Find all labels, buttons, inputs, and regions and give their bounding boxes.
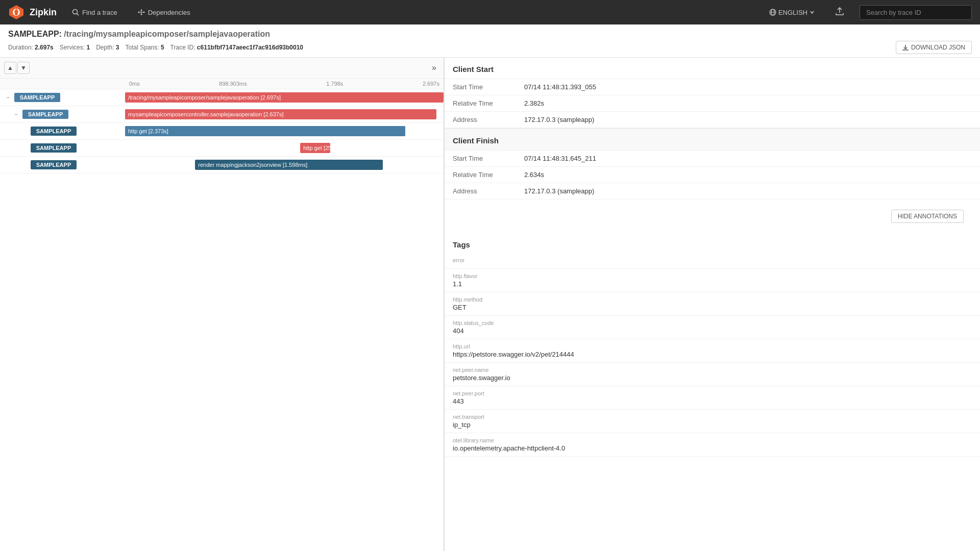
- total-spans-meta: Total Spans: 5: [126, 44, 164, 51]
- ruler-spacer: [0, 79, 125, 89]
- list-item: net.peer.port 443: [445, 386, 980, 410]
- span-bar-cell[interactable]: render mappingjackson2jsonview [1.598ms]: [125, 157, 444, 173]
- service-tag: SAMPLEAPP: [31, 160, 77, 169]
- expand-panel-button[interactable]: »: [429, 63, 439, 72]
- span-label-cell: SAMPLEAPP: [0, 158, 125, 171]
- search-input[interactable]: [860, 5, 972, 20]
- table-row: SAMPLEAPP render mappingjackson2jsonview…: [0, 157, 444, 173]
- svg-point-8: [140, 14, 142, 15]
- table-row: SAMPLEAPP http get [252.156ms]: [0, 140, 444, 157]
- relative-time-key: Relative Time: [445, 167, 516, 183]
- list-item: Start Time 07/14 11:48:31.645_211: [445, 151, 980, 167]
- dependencies-button[interactable]: Dependencies: [133, 6, 195, 19]
- span-label-cell: − SAMPLEAPP: [0, 108, 125, 121]
- language-icon: [769, 9, 776, 16]
- list-item: error: [445, 253, 980, 269]
- language-button[interactable]: ENGLISH: [764, 6, 820, 19]
- list-item: http.method GET: [445, 292, 980, 316]
- collapse-up-button[interactable]: ▲: [4, 62, 16, 74]
- client-start-section: Client Start Start Time 07/14 11:48:31.3…: [445, 58, 980, 128]
- span-label-cell: − SAMPLEAPP: [0, 91, 125, 104]
- upload-button[interactable]: [830, 4, 849, 21]
- span-bar[interactable]: render mappingjackson2jsonview [1.598ms]: [195, 160, 383, 170]
- detail-panel: Client Start Start Time 07/14 11:48:31.3…: [444, 58, 980, 551]
- duration-meta: Duration: 2.697s: [8, 44, 54, 51]
- span-bar[interactable]: mysampleapicomposercontroller.samplejava…: [125, 109, 436, 119]
- timeline-controls: ▲ ▼ »: [0, 58, 444, 79]
- collapse-span-button[interactable]: −: [12, 112, 20, 117]
- svg-point-3: [73, 10, 78, 14]
- svg-point-7: [143, 12, 144, 13]
- page-title: SAMPLEAPP: /tracing/mysampleapicomposer/…: [8, 30, 972, 39]
- client-finish-section: Client Finish Start Time 07/14 11:48:31.…: [445, 128, 980, 199]
- svg-line-4: [77, 14, 79, 16]
- top-navigation: Zipkin Find a trace Dependencies ENGLISH: [0, 0, 980, 24]
- client-finish-title: Client Finish: [445, 128, 980, 151]
- start-time-value: 07/14 11:48:31.393_055: [516, 79, 980, 95]
- span-bar[interactable]: http get [252.156ms]: [300, 143, 330, 153]
- list-item: http.url https://petstore.swagger.io/v2/…: [445, 339, 980, 363]
- list-item: net.transport ip_tcp: [445, 410, 980, 433]
- client-start-table: Start Time 07/14 11:48:31.393_055 Relati…: [445, 79, 980, 128]
- upload-icon: [835, 7, 844, 16]
- span-bar[interactable]: http get [2.373s]: [125, 126, 405, 136]
- start-time-key: Start Time: [445, 151, 516, 167]
- relative-time-value: 2.634s: [516, 167, 980, 183]
- span-bar[interactable]: /tracing/mysampleapicomposer/samplejavao…: [125, 92, 444, 103]
- svg-point-6: [140, 10, 142, 11]
- dependencies-icon: [138, 9, 145, 16]
- find-trace-button[interactable]: Find a trace: [67, 6, 122, 19]
- download-json-button[interactable]: DOWNLOAD JSON: [896, 41, 972, 54]
- relative-time-key: Relative Time: [445, 95, 516, 112]
- list-item: otel.library.name io.opentelemetry.apach…: [445, 433, 980, 457]
- chevron-down-icon: [810, 10, 815, 15]
- service-tag: SAMPLEAPP: [22, 110, 68, 119]
- service-tag: SAMPLEAPP: [14, 93, 60, 102]
- span-label-cell: SAMPLEAPP: [0, 141, 125, 155]
- list-item: Relative Time 2.382s: [445, 95, 980, 112]
- app-title: Zipkin: [30, 7, 57, 18]
- start-time-value: 07/14 11:48:31.645_211: [516, 151, 980, 167]
- start-time-key: Start Time: [445, 79, 516, 95]
- annotations-control: HIDE ANNOTATIONS: [445, 199, 980, 233]
- table-row: − SAMPLEAPP mysampleapicomposercontrolle…: [0, 106, 444, 123]
- download-icon: [902, 44, 909, 51]
- list-item: http.status_code 404: [445, 316, 980, 339]
- address-key: Address: [445, 183, 516, 199]
- list-item: Start Time 07/14 11:48:31.393_055: [445, 79, 980, 95]
- hide-annotations-button[interactable]: HIDE ANNOTATIONS: [891, 210, 964, 223]
- list-item: net.peer.name petstore.swagger.io: [445, 363, 980, 386]
- trace-panel: ▲ ▼ » 0ms 898.903ms 1.798s 2.697s − SAMP…: [0, 58, 444, 551]
- collapse-span-button[interactable]: −: [4, 95, 12, 101]
- services-meta: Services: 1: [60, 44, 90, 51]
- list-item: Address 172.17.0.3 (sampleapp): [445, 183, 980, 199]
- collapse-down-button[interactable]: ▼: [17, 62, 30, 74]
- ruler-marks: 0ms 898.903ms 1.798s 2.697s: [125, 79, 444, 89]
- depth-meta: Depth: 3: [96, 44, 119, 51]
- svg-point-5: [138, 12, 139, 13]
- address-value: 172.17.0.3 (sampleapp): [516, 112, 980, 128]
- tags-title: Tags: [445, 233, 980, 253]
- span-label-cell: SAMPLEAPP: [0, 124, 125, 138]
- client-finish-table: Start Time 07/14 11:48:31.645_211 Relati…: [445, 151, 980, 199]
- trace-id-meta: Trace ID: c611bfbf7147aeec1f7ac916d93b00…: [170, 44, 303, 51]
- zipkin-logo-icon: [8, 4, 24, 20]
- service-tag: SAMPLEAPP: [31, 143, 77, 153]
- tags-section: Tags error http.flavor 1.1 http.method G…: [445, 233, 980, 457]
- address-value: 172.17.0.3 (sampleapp): [516, 183, 980, 199]
- table-row: SAMPLEAPP http get [2.373s]: [0, 123, 444, 140]
- span-bar-cell[interactable]: /tracing/mysampleapicomposer/samplejavao…: [125, 89, 444, 106]
- list-item: http.flavor 1.1: [445, 269, 980, 292]
- span-bar-cell[interactable]: http get [252.156ms]: [125, 140, 444, 156]
- logo-area: Zipkin: [8, 4, 57, 20]
- address-key: Address: [445, 112, 516, 128]
- meta-row: Duration: 2.697s Services: 1 Depth: 3 To…: [8, 41, 972, 54]
- span-bar-cell[interactable]: mysampleapicomposercontroller.samplejava…: [125, 106, 444, 122]
- list-item: Address 172.17.0.3 (sampleapp): [445, 112, 980, 128]
- search-icon: [72, 9, 79, 16]
- span-bar-cell[interactable]: http get [2.373s]: [125, 123, 444, 139]
- service-tag: SAMPLEAPP: [31, 127, 77, 136]
- client-start-title: Client Start: [445, 58, 980, 79]
- table-row: − SAMPLEAPP /tracing/mysampleapicomposer…: [0, 89, 444, 106]
- main-layout: ▲ ▼ » 0ms 898.903ms 1.798s 2.697s − SAMP…: [0, 58, 980, 551]
